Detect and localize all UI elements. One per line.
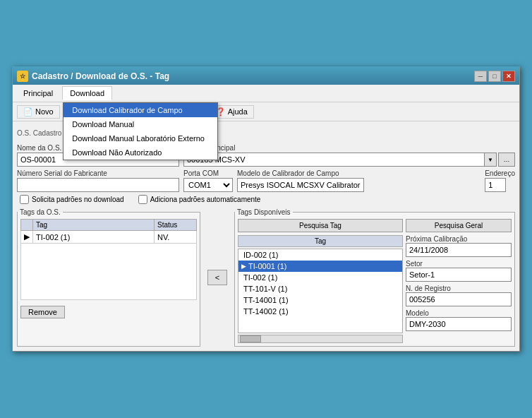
serial-label: Número Serial do Fabricante (17, 169, 179, 177)
tab-download[interactable]: Download Download Calibrador de Campo Do… (62, 86, 112, 100)
tag-list-items: ID-002 (1) ▶ TI-0001 (1) TI-002 (1) (238, 249, 403, 333)
search-btn-row: Pesquisa Tag (238, 219, 403, 232)
menu-item-manual-lab[interactable]: Download Manual Laboratório Externo (64, 131, 217, 145)
modelo-field: Modelo (406, 309, 512, 331)
row-status: NV. (155, 231, 197, 244)
setor-label: Setor (406, 260, 512, 268)
title-bar: ☆ Cadastro / Download de O.S. - Tag ─ □ … (13, 68, 519, 85)
title-bar-left: ☆ Cadastro / Download de O.S. - Tag (17, 71, 169, 82)
tags-disponiveis-content: Pesquisa Tag Tag ID-002 (1) ▶ TI-0001 (1… (235, 216, 514, 346)
tab-principal[interactable]: Principal (16, 86, 61, 100)
window-title: Cadastro / Download de O.S. - Tag (32, 71, 169, 81)
tags-os-content: Tag Status ▶ TI-002 (1) NV. (18, 216, 200, 321)
tags-os-legend: Tags da O.S. (18, 208, 63, 216)
table-row-empty (21, 244, 197, 300)
list-item[interactable]: TT-14001 (1) (238, 294, 402, 306)
remove-button[interactable]: Remove (20, 306, 65, 318)
list-item[interactable]: TI-002 (1) (238, 272, 402, 283)
n-registro-input[interactable] (406, 292, 512, 306)
modelo-col: Modelo de Calibrador de Campo (237, 169, 480, 192)
menu-item-manual[interactable]: Download Manual (64, 117, 217, 131)
list-item[interactable]: ▶ TI-0001 (1) (238, 261, 402, 272)
menu-bar: Principal Download Download Calibrador d… (13, 85, 519, 102)
padrao-principal-label: Padrão Principal (183, 144, 515, 152)
padrao-dropdown-btn[interactable]: ▼ (484, 153, 497, 167)
padrao-principal-col: Padrão Principal ▼ … (183, 144, 515, 167)
porta-label: Porta COM (183, 169, 233, 177)
scrollbar-thumb[interactable] (240, 335, 261, 342)
close-button[interactable]: ✕ (502, 71, 515, 82)
n-registro-field: N. de Registro (406, 285, 512, 306)
adiciona-checkbox-item: Adiciona padrões automaticamente (138, 195, 261, 204)
solicita-checkbox-item: Solicita padrões no download (20, 195, 124, 204)
tags-disponiveis-panel: Tags Disponíveis Pesquisa Tag Tag ID-002… (234, 208, 515, 347)
tags-os-table: Tag Status ▶ TI-002 (1) NV. (20, 219, 197, 300)
padrao-search-btn[interactable]: … (498, 153, 515, 167)
list-item[interactable]: TT-14002 (1) (238, 306, 402, 317)
adiciona-checkbox[interactable] (138, 195, 147, 204)
endereco-label: Endereço (485, 169, 515, 177)
list-item[interactable]: TT-101-V (1) (238, 283, 402, 294)
horizontal-scrollbar[interactable] (238, 335, 403, 343)
transfer-left-button[interactable]: < (207, 270, 227, 285)
modelo-calibrador-label: Modelo de Calibrador de Campo (237, 169, 480, 177)
col-status: Status (155, 220, 197, 231)
info-col: Pesquisa Geral Próxima Calibração Setor … (406, 219, 512, 343)
endereco-col: Endereço (485, 169, 515, 192)
pesquisa-geral-button[interactable]: Pesquisa Geral (406, 219, 512, 232)
minimize-button[interactable]: ─ (474, 71, 487, 82)
porta-col: Porta COM COM1 COM2 COM3 (183, 169, 233, 192)
modelo-info-label: Modelo (406, 309, 512, 317)
row-tag: TI-002 (1) (33, 231, 155, 244)
title-controls: ─ □ ✕ (474, 71, 515, 82)
checkbox-row: Solicita padrões no download Adiciona pa… (17, 195, 515, 204)
solicita-checkbox[interactable] (20, 195, 29, 204)
tags-os-panel: Tags da O.S. Tag Status ▶ (17, 208, 200, 347)
serial-input[interactable] (17, 178, 179, 192)
table-row[interactable]: ▶ TI-002 (1) NV. (21, 231, 197, 244)
setor-field: Setor (406, 260, 512, 282)
panels-row: Tags da O.S. Tag Status ▶ (17, 208, 515, 347)
tags-disponiveis-legend: Tags Disponíveis (235, 208, 293, 216)
padrao-combo: ▼ … (183, 153, 515, 167)
adiciona-label: Adiciona padrões automaticamente (150, 196, 261, 203)
col-tag: Tag (33, 220, 155, 231)
menu-item-nao-autorizado[interactable]: Download Não Autorizado (64, 145, 217, 160)
transfer-col: < (205, 208, 230, 347)
dropdown-menu-list: Download Calibrador de Campo Download Ma… (63, 102, 218, 160)
porta-select[interactable]: COM1 COM2 COM3 (183, 178, 233, 192)
modelo-info-input[interactable] (406, 317, 512, 331)
new-icon: 📄 (23, 107, 33, 117)
window-icon: ☆ (17, 71, 28, 82)
col-arrow (21, 220, 33, 231)
tag-list-col: Pesquisa Tag Tag ID-002 (1) ▶ TI-0001 (1… (238, 219, 403, 343)
row-arrow: ▶ (21, 231, 33, 244)
tag-col-header: Tag (238, 235, 403, 247)
novo-button[interactable]: 📄 Novo (17, 105, 60, 119)
proxima-calibracao-field: Próxima Calibração (406, 235, 512, 257)
modelo-calibrador-input[interactable] (237, 178, 364, 192)
serial-col: Número Serial do Fabricante (17, 169, 179, 192)
porta-row: Número Serial do Fabricante Porta COM CO… (17, 169, 515, 192)
maximize-button[interactable]: □ (488, 71, 501, 82)
os-cadastro-label: O.S. Cadastro (17, 129, 61, 137)
proxima-calibracao-input[interactable] (406, 243, 512, 257)
menu-item-calibrador[interactable]: Download Calibrador de Campo (64, 103, 217, 117)
setor-input[interactable] (406, 268, 512, 282)
list-item[interactable]: ID-002 (1) (238, 249, 402, 261)
remove-btn-row: Remove (20, 303, 197, 318)
porta-combo: COM1 COM2 COM3 (183, 178, 233, 192)
main-window: ☆ Cadastro / Download de O.S. - Tag ─ □ … (12, 66, 520, 352)
search-geral-btn-row: Pesquisa Geral (406, 219, 512, 232)
n-registro-label: N. de Registro (406, 285, 512, 292)
pesquisa-tag-button[interactable]: Pesquisa Tag (238, 219, 403, 232)
proxima-calibracao-label: Próxima Calibração (406, 235, 512, 243)
solicita-label: Solicita padrões no download (32, 196, 124, 203)
padrao-input[interactable] (183, 153, 484, 167)
endereco-input[interactable] (485, 178, 506, 192)
